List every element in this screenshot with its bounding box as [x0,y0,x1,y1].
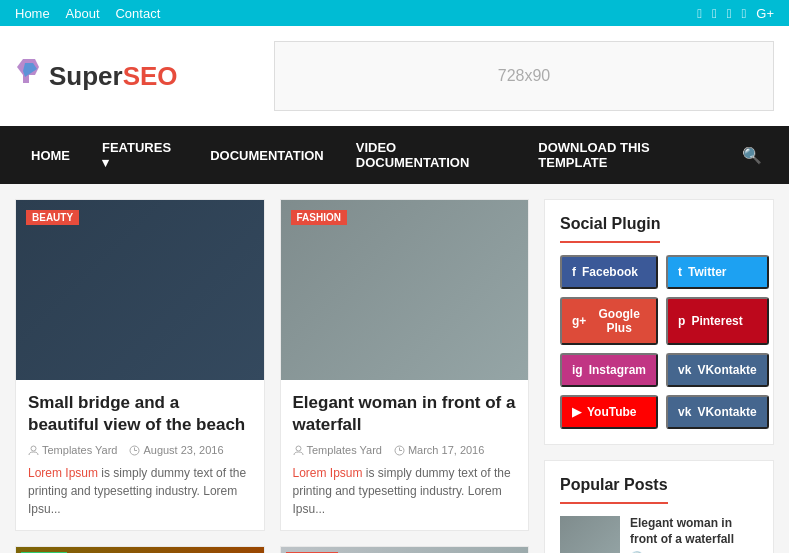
post-image-bottom-1: LEARN [16,547,264,553]
nav-home[interactable]: Home [15,6,50,21]
post-grid: BEAUTY Small bridge and a beautiful view… [15,199,529,531]
youtube-btn-icon: ▶ [572,405,581,419]
twitter-icon[interactable]:  [712,6,717,21]
nav-item-documentation[interactable]: DOCUMENTATION [194,126,340,184]
nav-contact[interactable]: Contact [115,6,160,21]
ad-banner: 728x90 [274,41,774,111]
post-date-2: March 17, 2016 [394,444,484,456]
post-card-bottom-2: PEOPLE [280,546,530,553]
post-author-2: Templates Yard [293,444,382,456]
social-btn-vkontakte[interactable]: vk VKontakte [666,353,769,387]
vk-btn-icon: vk [678,363,691,377]
svg-point-0 [31,446,36,451]
post-badge-1[interactable]: BEAUTY [26,210,79,225]
social-btn-pinterest[interactable]: p Pinterest [666,297,769,345]
popular-post-title-1[interactable]: Elegant woman in front of a waterfall [630,516,758,547]
post-title-2[interactable]: Elegant woman in front of a waterfall [293,392,517,436]
social-btn-facebook[interactable]: f Facebook [560,255,658,289]
pinterest-btn-icon: p [678,314,685,328]
main-content: BEAUTY Small bridge and a beautiful view… [15,199,529,553]
top-nav: Home About Contact [15,5,172,21]
post-body-2: Elegant woman in front of a waterfall Te… [281,380,529,530]
sidebar: Social Plugin f Facebook t Twitter g+ Go… [544,199,774,553]
nav-item-home[interactable]: HOME [15,126,86,184]
facebook-icon[interactable]:  [697,6,702,21]
social-btn-google[interactable]: g+ Google Plus [560,297,658,345]
social-grid: f Facebook t Twitter g+ Google Plus p Pi… [560,255,758,429]
svg-point-4 [296,446,301,451]
pinterest-icon[interactable]:  [742,6,747,21]
google-btn-icon: g+ [572,314,586,328]
search-icon[interactable]: 🔍 [730,132,774,179]
post-image-1: BEAUTY [16,200,264,380]
logo-seo-text: SEO [123,61,178,92]
facebook-btn-icon: f [572,265,576,279]
logo-super-text: Super [49,61,123,92]
top-social-icons:     G+ [697,6,774,21]
nav-items: HOME FEATURES ▾ DOCUMENTATION VIDEO DOCU… [15,126,730,184]
social-btn-vkontakte2[interactable]: vk VKontakte [666,395,769,429]
post-author-1: Templates Yard [28,444,117,456]
post-title-1[interactable]: Small bridge and a beautiful view of the… [28,392,252,436]
popular-post-info-1: Elegant woman in front of a waterfall 🕐 … [630,516,758,553]
popular-thumb-1 [560,516,620,553]
nav-item-features[interactable]: FEATURES ▾ [86,126,194,184]
popular-post-item-1: Elegant woman in front of a waterfall 🕐 … [560,516,758,553]
social-btn-youtube[interactable]: ▶ YouTube [560,395,658,429]
twitter-btn-icon: t [678,265,682,279]
social-btn-twitter[interactable]: t Twitter [666,255,769,289]
post-meta-1: Templates Yard August 23, 2016 [28,444,252,456]
post-body-1: Small bridge and a beautiful view of the… [16,380,264,530]
nav-about[interactable]: About [66,6,100,21]
post-meta-2: Templates Yard March 17, 2016 [293,444,517,456]
popular-posts-title: Popular Posts [560,476,668,504]
nav-item-download[interactable]: DOWNLOAD THIS TEMPLATE [522,126,730,184]
post-image-2: FASHION [281,200,529,380]
nav-item-video-doc[interactable]: VIDEO DOCUMENTATION [340,126,523,184]
instagram-btn-icon: ig [572,363,583,377]
instagram-icon[interactable]:  [727,6,732,21]
post-excerpt-1: Lorem Ipsum is simply dummy text of the … [28,464,252,518]
post-grid-bottom: LEARN PEOPLE [15,546,529,553]
googleplus-icon[interactable]: G+ [756,6,774,21]
social-plugin-title: Social Plugin [560,215,660,243]
site-logo: SuperSEO [15,57,178,96]
post-thumbnail-1 [16,200,264,380]
vk2-btn-icon: vk [678,405,691,419]
social-plugin-section: Social Plugin f Facebook t Twitter g+ Go… [544,199,774,445]
post-card-bottom-1: LEARN [15,546,265,553]
logo-icon [15,57,43,96]
post-excerpt-2: Lorem Ipsum is simply dummy text of the … [293,464,517,518]
post-thumbnail-2 [281,200,529,380]
site-header: SuperSEO 728x90 [0,26,789,126]
top-bar: Home About Contact     G+ [0,0,789,26]
post-date-1: August 23, 2016 [129,444,223,456]
post-image-bottom-2: PEOPLE [281,547,529,553]
popular-posts-section: Popular Posts Elegant woman in front of … [544,460,774,553]
content-area: BEAUTY Small bridge and a beautiful view… [0,184,789,553]
social-btn-instagram[interactable]: ig Instagram [560,353,658,387]
main-nav: HOME FEATURES ▾ DOCUMENTATION VIDEO DOCU… [0,126,789,184]
post-card-1: BEAUTY Small bridge and a beautiful view… [15,199,265,531]
post-badge-2[interactable]: FASHION [291,210,347,225]
post-card-2: FASHION Elegant woman in front of a wate… [280,199,530,531]
